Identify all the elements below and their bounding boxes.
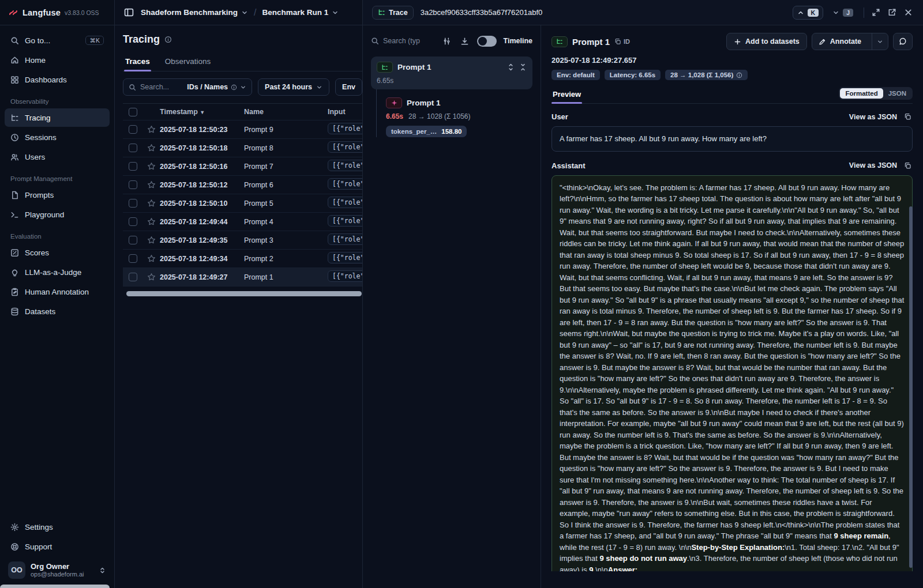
star-icon[interactable] — [147, 180, 160, 189]
add-to-datasets-button[interactable]: Add to datasets — [726, 33, 807, 50]
table-row[interactable]: 2025-07-18 12:50:23 Prompt 9 [{"role":"u… — [123, 120, 362, 139]
sidebar-item-settings[interactable]: Settings — [5, 518, 110, 536]
format-formatted[interactable]: Formatted — [840, 88, 883, 99]
sidebar-item-human-annotation[interactable]: Human Annotation — [5, 282, 110, 301]
star-icon[interactable] — [147, 144, 160, 152]
search-icon — [371, 37, 379, 45]
table-row[interactable]: 2025-07-18 12:49:34 Prompt 2 [{"role":"u… — [123, 250, 362, 268]
row-name: Prompt 3 — [244, 236, 328, 244]
vertical-scrollbar[interactable] — [909, 206, 913, 568]
tree-search-input[interactable]: Search (typ — [371, 37, 434, 45]
sidebar-item-support[interactable]: Support — [5, 537, 110, 556]
row-checkbox[interactable] — [129, 273, 137, 281]
account-menu[interactable]: OO Org Owner ops@shadeform.ai — [5, 557, 110, 583]
child-duration: 6.65s — [386, 112, 403, 120]
sidebar-item-tracing[interactable]: Tracing — [5, 108, 110, 127]
table-row[interactable]: 2025-07-18 12:50:10 Prompt 5 [{"role":"u… — [123, 194, 362, 213]
info-icon[interactable] — [164, 36, 172, 43]
observation-detail-pane: Prompt 1 ID Add to datasets — [541, 25, 923, 588]
annotate-button[interactable]: Annotate — [812, 33, 888, 50]
assistant-view-as-json[interactable]: View as JSON — [849, 161, 897, 169]
copy-icon[interactable] — [903, 112, 913, 122]
percent-square-icon — [10, 248, 19, 257]
comments-button[interactable] — [893, 33, 913, 50]
time-range-button[interactable]: Past 24 hours — [258, 78, 329, 96]
copy-icon[interactable] — [903, 161, 913, 171]
download-icon[interactable] — [459, 36, 470, 47]
tree-root-duration: 6.65s — [377, 77, 527, 85]
table-row[interactable]: 2025-07-18 12:50:12 Prompt 6 [{"role":"u… — [123, 176, 362, 194]
tab-traces[interactable]: Traces — [124, 54, 151, 71]
sidebar-item-users[interactable]: Users — [5, 148, 110, 166]
table-row[interactable]: 2025-07-18 12:49:44 Prompt 4 [{"role":"u… — [123, 213, 362, 231]
row-input-preview: [{"role":"use — [328, 141, 362, 153]
prev-trace-button[interactable]: K — [793, 6, 824, 20]
token-usage-badge[interactable]: 28 → 1,028 (Σ 1,056) — [665, 70, 748, 80]
expand-icon[interactable] — [871, 7, 881, 18]
tree-root-item[interactable]: Prompt 1 6.65s — [371, 56, 532, 89]
datasets-label: Datasets — [25, 307, 55, 316]
star-icon[interactable] — [147, 125, 160, 134]
row-checkbox[interactable] — [129, 199, 137, 208]
tab-preview[interactable]: Preview — [551, 88, 582, 103]
breadcrumb-org[interactable]: Shadeform Benchmarking — [141, 8, 248, 17]
panel-toggle-icon[interactable] — [123, 6, 135, 18]
unfold-vertical-icon[interactable] — [507, 63, 515, 71]
user-section-label: User — [551, 112, 568, 121]
next-trace-button[interactable]: J — [828, 6, 857, 19]
tree-child-item[interactable]: Prompt 1 6.65s 28 → 1028 (Σ 1056) tokens… — [376, 89, 532, 137]
close-icon[interactable] — [903, 7, 914, 18]
star-icon[interactable] — [147, 217, 160, 226]
star-icon[interactable] — [147, 199, 160, 208]
dashboards-icon — [10, 76, 19, 84]
row-checkbox[interactable] — [129, 217, 137, 226]
fold-vertical-icon[interactable] — [519, 63, 527, 71]
col-input[interactable]: Input — [328, 108, 362, 116]
row-checkbox[interactable] — [129, 236, 137, 244]
sidebar-item-prompts[interactable]: Prompts — [5, 186, 110, 204]
row-checkbox[interactable] — [129, 254, 137, 263]
search-input[interactable]: Search... IDs / Names — [123, 78, 252, 96]
user-message-content: A farmer has 17 sheep. All but 9 run awa… — [551, 126, 913, 152]
copy-id-button[interactable]: ID — [614, 38, 630, 45]
sidebar-item-home[interactable]: Home — [5, 51, 110, 69]
sidebar-item-sessions[interactable]: Sessions — [5, 128, 110, 146]
breadcrumb-project[interactable]: Benchmark Run 1 — [262, 8, 339, 17]
sidebar-item-dashboards[interactable]: Dashboards — [5, 70, 110, 89]
filter-sliders-icon[interactable] — [441, 36, 452, 47]
table-row[interactable]: 2025-07-18 12:50:16 Prompt 7 [{"role":"u… — [123, 157, 362, 176]
star-icon[interactable] — [147, 254, 160, 263]
select-all-checkbox[interactable] — [129, 108, 137, 116]
row-checkbox[interactable] — [129, 125, 137, 134]
sidebar-item-datasets[interactable]: Datasets — [5, 302, 110, 321]
llm-judge-label: LLM-as-a-Judge — [25, 268, 81, 277]
star-icon[interactable] — [147, 162, 160, 171]
format-json[interactable]: JSON — [883, 88, 911, 99]
col-timestamp[interactable]: Timestamp ▼ — [160, 108, 244, 116]
row-name: Prompt 1 — [244, 273, 328, 281]
table-row[interactable]: 2025-07-18 12:49:35 Prompt 3 [{"role":"u… — [123, 231, 362, 250]
search-mode-dropdown[interactable]: IDs / Names — [187, 83, 246, 91]
horizontal-scrollbar[interactable] — [126, 291, 362, 296]
sidebar-item-scores[interactable]: Scores — [5, 243, 110, 262]
annotate-dropdown-chevron[interactable] — [872, 33, 888, 50]
langfuse-app: Langfuse v3.83.0 OSS Go to... ⌘K Home — [0, 0, 923, 588]
row-checkbox[interactable] — [129, 162, 137, 171]
sidebar-item-llm-judge[interactable]: LLM-as-a-Judge — [5, 263, 110, 281]
table-row[interactable]: 2025-07-18 12:50:18 Prompt 8 [{"role":"u… — [123, 139, 362, 157]
user-view-as-json[interactable]: View as JSON — [849, 113, 897, 121]
open-external-icon[interactable] — [887, 7, 898, 18]
timeline-toggle[interactable] — [477, 36, 497, 47]
sidebar-item-playground[interactable]: Playground — [5, 205, 110, 224]
row-checkbox[interactable] — [129, 144, 137, 152]
trace-tree-icon — [378, 9, 385, 16]
col-name[interactable]: Name — [244, 108, 328, 116]
tab-observations[interactable]: Observations — [164, 54, 212, 71]
table-row[interactable]: 2025-07-18 12:49:27 Prompt 1 [{"role":"u… — [123, 268, 362, 287]
row-checkbox[interactable] — [129, 180, 137, 189]
sidebar-item-goto[interactable]: Go to... ⌘K — [5, 31, 110, 50]
star-icon[interactable] — [147, 236, 160, 244]
table-header-row: Timestamp ▼ Name Input — [123, 104, 362, 120]
env-filter-button[interactable]: Env — [335, 78, 362, 96]
star-icon[interactable] — [147, 273, 160, 281]
